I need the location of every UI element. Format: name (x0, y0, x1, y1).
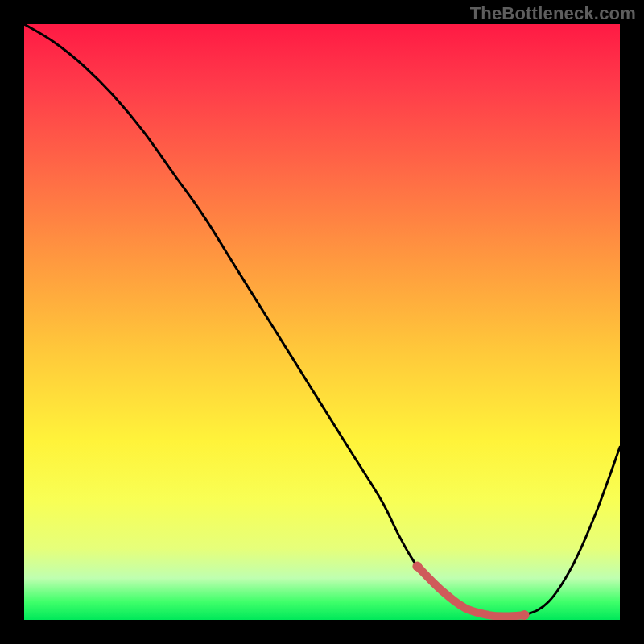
chart-frame: TheBottleneck.com (0, 0, 644, 644)
plot-area (24, 24, 620, 620)
optimal-range-segment (417, 566, 524, 616)
optimal-range-dots (412, 561, 529, 620)
optimal-range-dot (520, 610, 530, 620)
optimal-range-dot (412, 561, 422, 571)
curve-svg (24, 24, 620, 620)
bottleneck-curve-path (24, 24, 620, 617)
watermark-text: TheBottleneck.com (470, 3, 636, 24)
